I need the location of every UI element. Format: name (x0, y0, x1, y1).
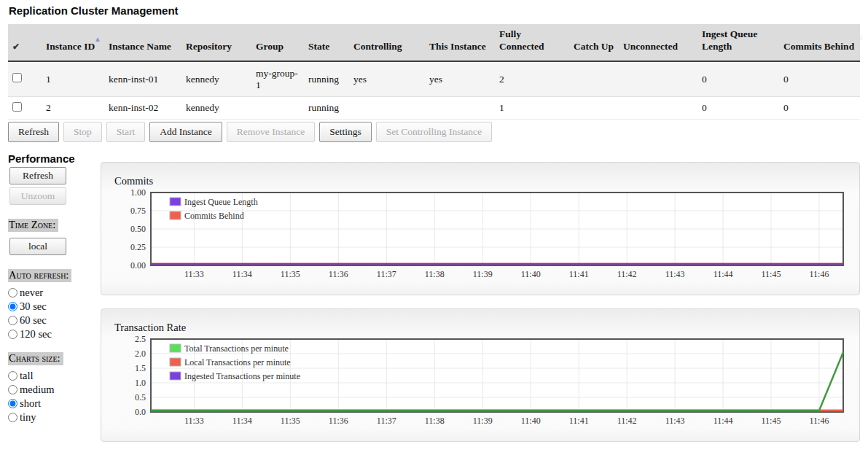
x-tick-label: 11:39 (473, 269, 493, 279)
x-tick-label: 11:40 (521, 416, 541, 426)
column-header-instance_id[interactable]: Instance ID▲↕ (42, 24, 104, 61)
column-header-commits_behind[interactable]: Commits Behind↕ (779, 24, 860, 61)
x-tick-label: 11:45 (762, 416, 781, 426)
column-label: Controlling (353, 41, 402, 52)
cell-catch_up (569, 97, 619, 120)
radio-input[interactable] (8, 371, 17, 381)
performance-sidebar: Performance Refresh Unzoom Time Zone: lo… (8, 152, 101, 424)
radio-input[interactable] (8, 330, 17, 339)
y-tick-label: 0.0 (135, 407, 146, 417)
column-header-ingest_queue_length[interactable]: Ingest Queue Length↕ (697, 24, 779, 61)
radio-label: tall (20, 370, 34, 382)
column-header-instance_name[interactable]: Instance Name↕ (104, 24, 181, 61)
x-tick-label: 11:44 (713, 416, 733, 426)
column-header-repository[interactable]: Repository↕ (181, 24, 251, 61)
table-row: 1kenn-inst-01kennedymy-group-1runningyes… (8, 61, 860, 97)
radio-input[interactable] (8, 385, 17, 394)
x-tick-label: 11:42 (617, 416, 637, 426)
radio-charts-size-short[interactable]: short (8, 397, 101, 411)
commits-chart[interactable]: 11:3311:3411:3511:3611:3711:3811:3911:40… (113, 190, 859, 286)
x-tick-label: 11:34 (232, 416, 252, 426)
cell-unconnected (619, 97, 697, 120)
commits-chart-title: Commits (114, 175, 859, 187)
cell-this_instance (425, 97, 495, 120)
charts-size-options: tallmediumshorttiny (8, 369, 101, 424)
cell-group (251, 97, 304, 120)
radio-input[interactable] (8, 399, 17, 408)
radio-charts-size-tiny[interactable]: tiny (8, 411, 101, 424)
transaction-rate-chart[interactable]: 11:3311:3411:3511:3611:3711:3811:3911:40… (113, 336, 859, 432)
legend-label: Local Transactions per minute (184, 357, 291, 368)
auto-refresh-label: Auto refresh: (8, 269, 71, 282)
performance-title: Performance (8, 152, 101, 165)
y-tick-label: 1.00 (130, 190, 146, 198)
radio-auto-refresh-120-sec[interactable]: 120 sec (8, 327, 101, 341)
column-label: Instance Name (109, 41, 171, 52)
column-header-fully_connected[interactable]: Fully Connected↕ (495, 24, 569, 61)
refresh-charts-button[interactable]: Refresh (9, 167, 66, 184)
column-label: Catch Up (574, 41, 614, 52)
radio-auto-refresh-30-sec[interactable]: 30 sec (8, 300, 101, 314)
commits-panel: Commits11:3311:3411:3511:3611:3711:3811:… (101, 162, 860, 295)
cell-controlling: yes (349, 61, 425, 97)
column-header-select: ✔ (8, 24, 42, 61)
radio-input[interactable] (8, 302, 17, 311)
cell-catch_up (569, 61, 619, 97)
performance-section: Performance Refresh Unzoom Time Zone: lo… (8, 152, 860, 455)
row-select-checkbox[interactable] (12, 73, 22, 82)
x-tick-label: 11:36 (329, 269, 348, 279)
cell-unconnected (619, 61, 697, 97)
column-header-group[interactable]: Group↕ (251, 24, 304, 61)
x-tick-label: 11:41 (569, 416, 589, 426)
column-header-state[interactable]: State↕ (304, 24, 349, 61)
radio-charts-size-tall[interactable]: tall (8, 369, 101, 383)
column-header-this_instance[interactable]: This Instance↕ (425, 24, 495, 61)
page: Replication Cluster Management ✔Instance… (0, 0, 868, 455)
set-controlling-instance-button: Set Controlling Instance (376, 122, 492, 142)
radio-auto-refresh-60-sec[interactable]: 60 sec (8, 314, 101, 327)
cell-select (8, 97, 42, 120)
settings-button[interactable]: Settings (319, 122, 372, 142)
cell-commits_behind: 0 (779, 97, 860, 120)
cell-repository: kennedy (181, 97, 251, 120)
radio-input[interactable] (8, 413, 17, 422)
row-select-checkbox[interactable] (12, 102, 22, 112)
column-header-catch_up[interactable]: Catch Up↕ (569, 24, 619, 61)
cell-this_instance: yes (425, 61, 495, 97)
column-header-unconnected[interactable]: Unconnected↕ (619, 24, 697, 61)
column-header-controlling[interactable]: Controlling↕ (349, 24, 425, 61)
instances-table: ✔Instance ID▲↕Instance Name↕Repository↕G… (8, 24, 860, 120)
radio-charts-size-medium[interactable]: medium (8, 383, 101, 397)
column-label: ✔ (12, 42, 20, 52)
y-tick-label: 0.5 (135, 392, 146, 402)
y-tick-label: 0.25 (130, 242, 146, 252)
cell-repository: kennedy (181, 61, 251, 97)
transaction-rate-panel: Transaction Rate11:3311:3411:3511:3611:3… (101, 308, 860, 442)
legend-label: Total Transactions per minute (184, 343, 289, 354)
page-title: Replication Cluster Management (9, 4, 860, 17)
radio-label: tiny (20, 411, 36, 424)
y-tick-label: 0.50 (130, 224, 146, 234)
radio-input[interactable] (8, 288, 17, 298)
radio-label: never (20, 287, 43, 299)
y-tick-label: 2.5 (135, 336, 146, 344)
radio-input[interactable] (8, 316, 17, 325)
column-label: Repository (186, 41, 232, 52)
x-tick-label: 11:46 (810, 416, 829, 426)
x-tick-label: 11:38 (425, 416, 445, 426)
sort-asc-icon: ▲ (94, 35, 101, 44)
radio-label: medium (20, 384, 55, 396)
x-tick-label: 11:38 (425, 269, 445, 279)
cell-state: running (304, 97, 349, 120)
unzoom-button: Unzoom (9, 187, 66, 205)
x-tick-label: 11:36 (329, 416, 348, 426)
transaction-rate-chart-title: Transaction Rate (114, 322, 859, 334)
timezone-button[interactable]: local (9, 238, 66, 255)
x-tick-label: 11:45 (762, 269, 781, 279)
add-instance-button[interactable]: Add Instance (149, 122, 222, 142)
x-tick-label: 11:42 (617, 269, 637, 279)
cell-ingest_queue_length: 0 (697, 61, 779, 97)
refresh-button[interactable]: Refresh (8, 122, 59, 142)
radio-label: 120 sec (20, 328, 52, 341)
radio-auto-refresh-never[interactable]: never (8, 286, 101, 300)
